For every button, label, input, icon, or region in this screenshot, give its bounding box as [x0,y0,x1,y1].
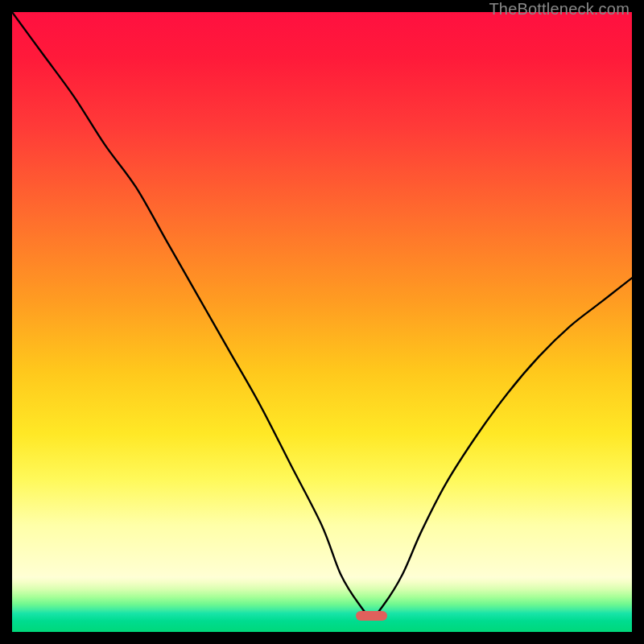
chart-frame: TheBottleneck.com [0,0,644,644]
watermark-text: TheBottleneck.com [489,0,630,19]
curve-svg [12,12,632,632]
plot-area [12,12,632,632]
bottleneck-curve [12,12,632,617]
dip-marker [356,611,387,621]
